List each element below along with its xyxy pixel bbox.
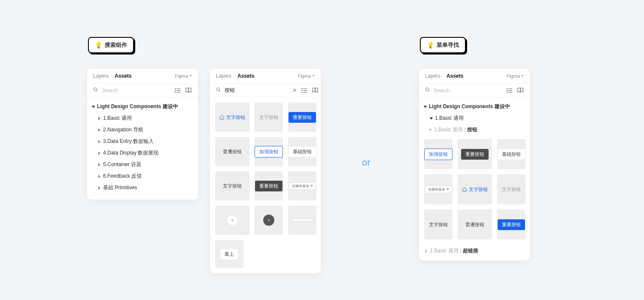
svg-point-13 (302, 88, 302, 89)
book-icon[interactable] (185, 88, 192, 94)
svg-line-1 (97, 91, 98, 92)
figma-dropdown[interactable]: Figma (175, 73, 192, 79)
tree-root-label: Light Design Components 建设中 (429, 103, 510, 110)
panel-assets-tree: Layers Assets Figma Light Design Compone… (87, 69, 198, 200)
search-input[interactable] (102, 88, 171, 94)
panel-header: Layers Assets Figma (210, 69, 321, 84)
tree-item[interactable]: 4.Data Display 数据展现 (97, 147, 194, 159)
chevron-down-icon (521, 75, 524, 77)
component-tile[interactable]: 文字按钮 (215, 103, 249, 132)
tree-item-label: 5.Container 容器 (103, 161, 141, 168)
component-tile[interactable]: ‹ (255, 206, 283, 235)
component-tile[interactable]: 文字按钮 (497, 174, 526, 204)
component-tile[interactable]: 重要按钮 (255, 171, 283, 200)
callout-label: 搜索组件 (105, 41, 127, 49)
component-tile[interactable] (288, 206, 316, 235)
assets-tree: Light Design Components 建设中 1.Basic 通用 2… (87, 97, 198, 200)
book-icon[interactable] (517, 88, 524, 94)
tree-item-breadcrumb[interactable]: 1.Basic 通用 / 超链接 (419, 245, 530, 261)
bulb-icon: 💡 (95, 42, 102, 48)
tree-item[interactable]: 2.Navigation 导航 (97, 124, 194, 136)
search-icon (93, 87, 98, 94)
component-tile[interactable]: 普通按钮 (215, 137, 249, 166)
tree-path-label: 1.Basic 通用 / 超链接 (430, 247, 478, 255)
tree-item-breadcrumb[interactable]: 1.Basic 通用 / 按钮 (429, 124, 526, 136)
tab-assets[interactable]: Assets (447, 73, 463, 79)
component-tile[interactable]: 主操作命令 (424, 174, 453, 204)
svg-point-8 (217, 88, 220, 91)
svg-point-14 (302, 90, 302, 91)
list-view-icon[interactable] (175, 88, 181, 93)
tree-item[interactable]: 1.Basic 通用 (429, 112, 526, 124)
search-icon (216, 87, 221, 94)
chevron-right-icon (98, 140, 100, 143)
back-icon: ‹ (263, 215, 274, 226)
svg-point-23 (507, 92, 507, 92)
component-tile[interactable]: 普通按钮 (458, 209, 492, 239)
chevron-right-icon (98, 175, 100, 178)
tree-item[interactable]: 1.Basic 通用 (97, 112, 194, 124)
tile-label: 普通按钮 (461, 219, 489, 230)
panel-header: Layers Assets Figma (419, 69, 530, 84)
component-tile[interactable]: 基础按钮 (497, 139, 526, 169)
chevron-right-icon (425, 249, 427, 253)
tab-assets[interactable]: Assets (237, 73, 254, 79)
component-tile[interactable]: 重要按钮 (458, 139, 492, 169)
tree-root[interactable]: Light Design Components 建设中 (91, 101, 194, 112)
tile-label: 主操作命令 (428, 187, 445, 192)
panel-header: Layers Assets Figma (87, 69, 198, 84)
component-tile[interactable]: ‹ (215, 206, 249, 235)
search-row: ✕ (210, 84, 321, 97)
home-icon (462, 187, 467, 192)
component-tile[interactable]: 重要按钮 (288, 103, 316, 132)
tab-layers[interactable]: Layers (216, 73, 231, 79)
tree-item[interactable]: 5.Container 容器 (97, 159, 194, 170)
figma-dropdown[interactable]: Figma (507, 73, 524, 79)
tile-label: 文字按钮 (226, 114, 245, 121)
tile-label: 主操作命令 (292, 184, 309, 188)
panel-menu-browse: Layers Assets Figma Light Design Compone… (419, 69, 530, 261)
tree-item[interactable]: 3.Data Entry 数据输入 (97, 136, 194, 147)
tile-label: 基础按钮 (497, 148, 526, 160)
tree-item-label: 4.Data Display 数据展现 (103, 149, 158, 157)
component-tile[interactable]: 加强按钮 (424, 139, 453, 169)
chevron-right-icon (98, 152, 100, 155)
tree-item[interactable]: 6.Feedback 反馈 (97, 170, 194, 182)
tab-layers[interactable]: Layers (425, 73, 440, 79)
component-tile[interactable]: 重要按钮 (497, 209, 526, 239)
tab-layers[interactable]: Layers (93, 73, 109, 79)
tree-item[interactable]: 基础 Primitives (97, 182, 194, 194)
tile-label: 文字按钮 (498, 184, 525, 195)
tree-item-label: 基础 Primitives (103, 184, 137, 191)
component-tile[interactable]: 主操作命令 (288, 171, 316, 200)
component-tile[interactable]: 靠上 (215, 240, 243, 268)
svg-point-5 (175, 88, 176, 89)
tab-assets[interactable]: Assets (115, 73, 131, 79)
figma-dropdown[interactable]: Figma (298, 73, 315, 79)
tree-root[interactable]: Light Design Components 建设中 (423, 101, 526, 112)
svg-point-16 (426, 88, 429, 91)
search-input[interactable] (434, 88, 503, 94)
component-tile[interactable]: 文字按钮 (215, 171, 249, 200)
svg-line-17 (428, 91, 430, 92)
tile-label: 文字按钮 (255, 112, 283, 123)
panel-search-results: Layers Assets Figma ✕ 文字按钮 文字按钮 重要按钮 普通按… (210, 69, 321, 273)
list-view-icon[interactable] (301, 88, 307, 93)
search-row (87, 84, 198, 97)
dropdown-label: Figma (175, 73, 188, 79)
list-view-icon[interactable] (507, 88, 513, 93)
component-tile[interactable]: 文字按钮 (255, 103, 283, 132)
component-tile[interactable]: 文字按钮 (458, 174, 492, 204)
component-tile[interactable]: 文字按钮 (424, 209, 453, 239)
svg-line-9 (219, 91, 221, 92)
component-tile[interactable]: 基础按钮 (288, 137, 316, 166)
search-input[interactable] (225, 88, 289, 94)
svg-point-0 (94, 88, 97, 91)
svg-point-21 (507, 88, 507, 89)
component-tile[interactable]: 加强按钮 (255, 137, 283, 166)
clear-search-icon[interactable]: ✕ (292, 87, 297, 94)
dropdown-label: Figma (298, 73, 311, 79)
book-icon[interactable] (312, 88, 319, 94)
chevron-down-icon (189, 75, 192, 77)
chevron-down-icon (92, 106, 95, 108)
